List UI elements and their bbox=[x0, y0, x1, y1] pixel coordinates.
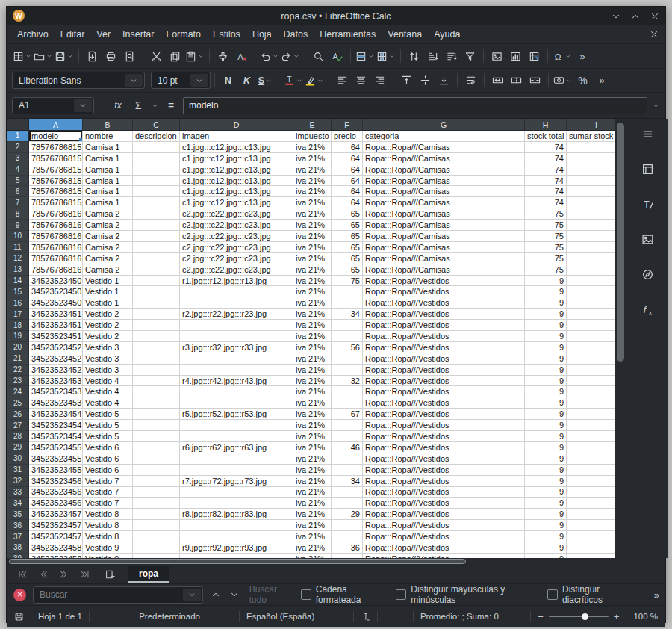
cell-B36[interactable]: Vestido 8 bbox=[83, 520, 133, 531]
cell-F20[interactable]: 56 bbox=[332, 342, 363, 353]
column-header-I[interactable]: I bbox=[567, 119, 615, 131]
cell-G2[interactable]: Ropa:::Ropa///Camisas bbox=[363, 142, 525, 153]
cell-H35[interactable]: 9 bbox=[525, 509, 567, 520]
cell-C20[interactable] bbox=[133, 342, 180, 353]
row-header-17[interactable]: 17 bbox=[7, 309, 29, 320]
cell-I26[interactable] bbox=[567, 409, 615, 420]
cell-E14[interactable]: iva 21% bbox=[293, 276, 332, 287]
cell-D29[interactable]: r6.jpg:::r62.jpg:::r63.jpg bbox=[180, 442, 293, 453]
cell-D17[interactable]: r2.jpg:::r22.jpg:::r23.jpg bbox=[180, 309, 293, 320]
cell-G25[interactable]: Ropa:::Ropa///Vestidos bbox=[363, 397, 525, 409]
cell-D12[interactable]: c2.jpg:::c22.jpg:::c23.jpg bbox=[180, 253, 293, 264]
cell-A17[interactable]: 34523523451 bbox=[29, 309, 83, 320]
cell-G18[interactable]: Ropa:::Ropa///Vestidos bbox=[363, 320, 525, 331]
overflow-button[interactable]: » bbox=[573, 47, 591, 65]
row-header-2[interactable]: 2 bbox=[7, 142, 29, 153]
cell-A28[interactable]: 34523523454 bbox=[29, 431, 83, 442]
cell-B24[interactable]: Vestido 4 bbox=[83, 386, 133, 397]
undo-button[interactable] bbox=[259, 47, 280, 65]
cell-B1[interactable]: nombre bbox=[83, 131, 133, 142]
cell-C32[interactable] bbox=[133, 476, 180, 487]
cell-A38[interactable]: 34523523458 bbox=[29, 542, 83, 554]
column-header-G[interactable]: G bbox=[363, 119, 525, 131]
cell-I6[interactable] bbox=[567, 186, 615, 197]
cell-E16[interactable]: iva 21% bbox=[293, 297, 332, 309]
cell-F34[interactable] bbox=[332, 498, 363, 509]
cell-A20[interactable]: 34523523452 bbox=[29, 342, 83, 353]
cell-G13[interactable]: Ropa:::Ropa///Camisas bbox=[363, 264, 525, 276]
chevron-down-icon[interactable] bbox=[25, 52, 32, 60]
cell-H11[interactable]: 75 bbox=[525, 242, 567, 253]
cell-D9[interactable]: c2.jpg:::c22.jpg:::c23.jpg bbox=[180, 220, 293, 231]
cell-I17[interactable] bbox=[567, 309, 615, 320]
row-header-28[interactable]: 28 bbox=[7, 431, 29, 442]
cell-F7[interactable]: 64 bbox=[332, 197, 363, 208]
cell-D19[interactable] bbox=[180, 331, 293, 342]
font-color-button[interactable]: T bbox=[283, 72, 304, 90]
zoom-slider[interactable]: − + bbox=[538, 611, 619, 622]
row-header-4[interactable]: 4 bbox=[7, 164, 29, 176]
cell-H4[interactable]: 74 bbox=[525, 164, 567, 176]
cell-C1[interactable]: descripcion bbox=[133, 131, 180, 142]
cell-D16[interactable] bbox=[180, 297, 293, 309]
cell-H27[interactable]: 9 bbox=[525, 420, 567, 431]
find-overflow-button[interactable]: » bbox=[654, 589, 659, 601]
cell-H25[interactable]: 9 bbox=[525, 397, 567, 409]
cell-D10[interactable]: c2.jpg:::c22.jpg:::c23.jpg bbox=[180, 231, 293, 242]
font-size-combo[interactable]: 10 pt bbox=[151, 72, 211, 89]
cell-F22[interactable] bbox=[332, 365, 363, 376]
cell-G37[interactable]: Ropa:::Ropa///Vestidos bbox=[363, 531, 525, 542]
column-header-D[interactable]: D bbox=[180, 119, 293, 131]
previous-sheet-icon[interactable] bbox=[34, 567, 52, 582]
cell-G21[interactable]: Ropa:::Ropa///Vestidos bbox=[363, 353, 525, 365]
wrap-text-button[interactable] bbox=[461, 72, 480, 90]
select-all-corner[interactable] bbox=[7, 119, 29, 131]
cell-A23[interactable]: 34523523453 bbox=[29, 376, 83, 387]
cell-B9[interactable]: Camisa 2 bbox=[83, 220, 133, 231]
cell-D6[interactable]: c1.jpg:::c12.jpg:::c13.jpg bbox=[180, 186, 293, 197]
save-button[interactable] bbox=[54, 47, 75, 65]
cell-E4[interactable]: iva 21% bbox=[293, 164, 332, 176]
cell-B38[interactable]: Vestido 9 bbox=[83, 542, 133, 554]
cell-C3[interactable] bbox=[133, 153, 180, 164]
cell-A15[interactable]: 34523523450 bbox=[29, 286, 83, 297]
cell-I25[interactable] bbox=[567, 397, 615, 409]
cell-B10[interactable]: Camisa 2 bbox=[83, 231, 133, 242]
cell-H1[interactable]: stock total bbox=[525, 131, 567, 142]
cell-B13[interactable]: Camisa 2 bbox=[83, 264, 133, 276]
cell-H13[interactable]: 75 bbox=[525, 264, 567, 276]
find-option-3[interactable]: Distinguir diacríticos bbox=[547, 584, 633, 605]
find-option-2[interactable]: Distinguir mayúsculas y minúsculas bbox=[396, 584, 537, 605]
cell-F9[interactable]: 65 bbox=[332, 220, 363, 231]
menu-herramientas[interactable]: Herramientas bbox=[314, 28, 382, 41]
cell-B8[interactable]: Camisa 2 bbox=[83, 208, 133, 220]
copy-button[interactable] bbox=[166, 47, 184, 65]
cut-button[interactable] bbox=[147, 47, 166, 65]
cell-E12[interactable]: iva 21% bbox=[293, 253, 332, 264]
cell-C29[interactable] bbox=[133, 442, 180, 453]
cell-F27[interactable] bbox=[332, 420, 363, 431]
cell-E28[interactable]: iva 21% bbox=[293, 431, 332, 442]
expand-formula-bar-icon[interactable] bbox=[652, 102, 660, 110]
chevron-down-icon[interactable] bbox=[125, 74, 143, 87]
cell-D15[interactable] bbox=[180, 286, 293, 297]
cell-I31[interactable] bbox=[567, 465, 615, 476]
cell-D8[interactable]: c2.jpg:::c22.jpg:::c23.jpg bbox=[180, 208, 293, 220]
cell-I27[interactable] bbox=[567, 420, 615, 431]
cell-I35[interactable] bbox=[567, 509, 615, 520]
add-sheet-icon[interactable] bbox=[100, 566, 119, 583]
cell-C7[interactable] bbox=[133, 197, 180, 208]
cell-H2[interactable]: 74 bbox=[525, 142, 567, 153]
cell-B26[interactable]: Vestido 5 bbox=[83, 409, 133, 420]
cell-F12[interactable]: 65 bbox=[332, 253, 363, 264]
sort-descending-button[interactable] bbox=[442, 47, 461, 65]
cell-E1[interactable]: impuesto bbox=[293, 131, 332, 142]
cell-D35[interactable]: r8.jpg:::r82.jpg:::r83.jpg bbox=[180, 509, 293, 520]
menu-ayuda[interactable]: Ayuda bbox=[428, 28, 466, 41]
cell-H37[interactable]: 9 bbox=[525, 531, 567, 542]
cell-A24[interactable]: 34523523453 bbox=[29, 386, 83, 397]
cell-C4[interactable] bbox=[133, 164, 180, 176]
menu-estilos[interactable]: Estilos bbox=[207, 28, 246, 41]
cell-D37[interactable] bbox=[180, 531, 293, 542]
cell-F17[interactable]: 34 bbox=[332, 309, 363, 320]
